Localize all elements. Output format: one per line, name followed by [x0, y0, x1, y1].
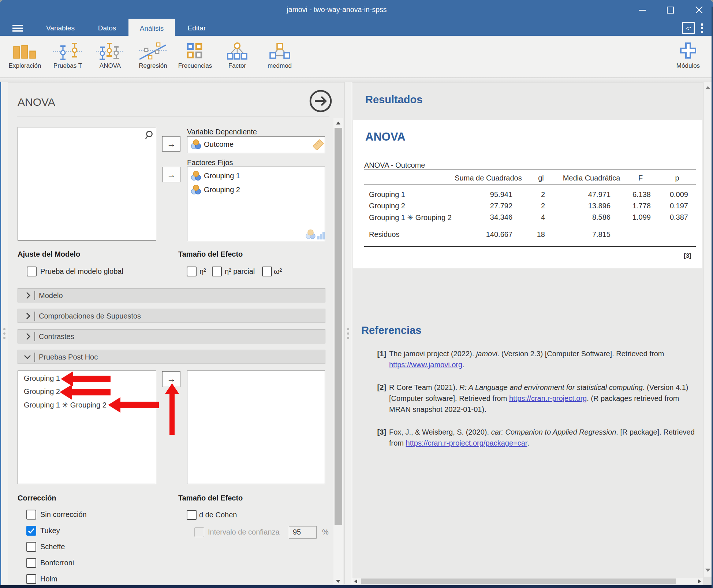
svg-text:<: <: [686, 25, 689, 32]
